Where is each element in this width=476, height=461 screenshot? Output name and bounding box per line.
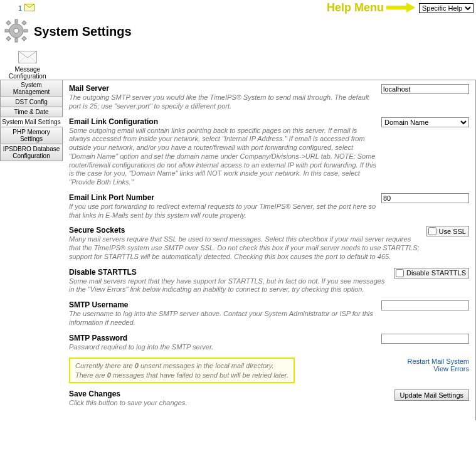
mail-server-input[interactable] bbox=[381, 84, 469, 94]
svg-rect-10 bbox=[6, 36, 11, 41]
setting-disable-starttls: Disable STARTTLS Some mail servers repor… bbox=[69, 268, 469, 295]
top-bar: 1 Help Menu Specific Help bbox=[0, 0, 476, 16]
email-link-config-label: Email Link Configuration bbox=[69, 117, 376, 126]
secure-sockets-desc: Many mail servers require that SSL be us… bbox=[69, 235, 421, 261]
sidenav-ipsdbro-database-config[interactable]: IPSDBRO Database Configuration bbox=[1, 144, 62, 161]
svg-rect-11 bbox=[22, 36, 26, 41]
restart-mail-system-link[interactable]: Restart Mail System bbox=[408, 358, 469, 365]
email-link-port-label: Email Link Port Number bbox=[69, 193, 376, 202]
main-panel: Mail Server The outgoing SMTP server you… bbox=[63, 80, 476, 420]
use-ssl-checkbox-wrap[interactable]: Use SSL bbox=[426, 226, 469, 236]
mail-server-label: Mail Server bbox=[69, 84, 376, 93]
sidenav-system-mail-settings[interactable]: System Mail Settings bbox=[1, 117, 63, 127]
tab-label-line2: Configuration bbox=[9, 73, 46, 80]
sidenav-php-memory-settings[interactable]: PHP Memory Settings bbox=[1, 127, 62, 144]
update-mail-settings-button[interactable]: Update Mail Settings bbox=[394, 389, 470, 401]
use-ssl-checkbox-label: Use SSL bbox=[439, 228, 466, 235]
disable-starttls-checkbox[interactable] bbox=[396, 269, 404, 277]
setting-email-link-port: Email Link Port Number If you use port f… bbox=[69, 193, 469, 220]
smtp-password-input[interactable] bbox=[381, 334, 469, 344]
smtp-username-input[interactable] bbox=[381, 300, 469, 310]
setting-mail-server: Mail Server The outgoing SMTP server you… bbox=[69, 84, 469, 111]
setting-smtp-password: SMTP Password Password required to log i… bbox=[69, 334, 469, 352]
disable-starttls-desc: Some mail servers report that they have … bbox=[69, 277, 389, 295]
sidenav-dst-config[interactable]: DST Config bbox=[1, 97, 62, 107]
disable-starttls-checkbox-label: Disable STARTTLS bbox=[406, 269, 466, 277]
secure-sockets-label: Secure Sockets bbox=[69, 226, 421, 235]
svg-rect-7 bbox=[24, 29, 28, 32]
sidenav-system-management[interactable]: System Management bbox=[1, 80, 62, 97]
gear-icon bbox=[4, 18, 29, 45]
envelope-large-icon bbox=[18, 51, 37, 65]
sidenav-time-date[interactable]: Time & Date bbox=[1, 107, 62, 117]
disable-starttls-checkbox-wrap[interactable]: Disable STARTTLS bbox=[394, 268, 469, 278]
side-nav: System Management DST Config Time & Date… bbox=[0, 80, 63, 161]
svg-rect-5 bbox=[15, 38, 18, 42]
svg-point-3 bbox=[14, 28, 19, 33]
setting-smtp-username: SMTP Username The username to log into t… bbox=[69, 300, 469, 327]
mail-server-desc: The outgoing SMTP server you would like … bbox=[69, 93, 376, 111]
tab-label-line1: Message bbox=[14, 66, 40, 73]
smtp-username-label: SMTP Username bbox=[69, 300, 376, 309]
envelope-icon[interactable] bbox=[24, 4, 34, 13]
use-ssl-checkbox[interactable] bbox=[428, 227, 436, 235]
setting-secure-sockets: Secure Sockets Many mail servers require… bbox=[69, 226, 469, 261]
setting-save-changes: Save Changes Click this button to save y… bbox=[69, 389, 469, 408]
setting-email-link-config: Email Link Configuration Some outgoing e… bbox=[69, 117, 469, 187]
smtp-username-desc: The username to log into the SMTP server… bbox=[69, 310, 376, 327]
email-link-port-input[interactable] bbox=[381, 193, 469, 203]
notification-count[interactable]: 1 bbox=[18, 4, 22, 12]
mail-queue-status: Currently there are 0 unsent messages in… bbox=[69, 358, 295, 383]
page-title: System Settings bbox=[34, 24, 132, 39]
svg-rect-1 bbox=[386, 6, 406, 9]
help-menu-label: Help Menu bbox=[327, 1, 384, 14]
email-link-port-desc: If you use port forwarding to redirect e… bbox=[69, 203, 376, 220]
smtp-password-desc: Password required to log into the SMTP s… bbox=[69, 343, 376, 352]
disable-starttls-label: Disable STARTTLS bbox=[69, 268, 389, 277]
svg-rect-6 bbox=[5, 29, 9, 32]
email-link-config-desc: Some outgoing email will contain links p… bbox=[69, 127, 376, 187]
save-changes-desc: Click this button to save your changes. bbox=[69, 399, 389, 408]
view-errors-link[interactable]: View Errors bbox=[408, 365, 469, 373]
help-select[interactable]: Specific Help bbox=[419, 3, 473, 13]
smtp-password-label: SMTP Password bbox=[69, 334, 376, 342]
email-link-config-select[interactable]: Domain Name bbox=[381, 117, 469, 127]
arrow-right-icon bbox=[386, 3, 415, 14]
svg-rect-9 bbox=[22, 21, 26, 25]
svg-rect-8 bbox=[6, 21, 11, 25]
svg-rect-4 bbox=[15, 19, 18, 23]
page-header: System Settings bbox=[0, 16, 476, 50]
save-changes-label: Save Changes bbox=[69, 389, 389, 398]
tab-message-configuration[interactable]: Message Configuration bbox=[0, 50, 48, 80]
